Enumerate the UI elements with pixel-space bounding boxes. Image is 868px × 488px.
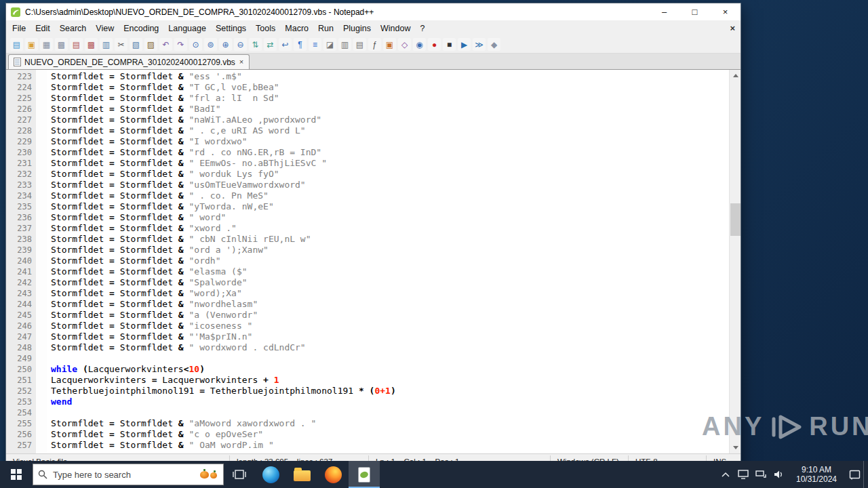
start-button[interactable] — [0, 461, 33, 488]
menu-tools[interactable]: Tools — [251, 22, 280, 35]
code-line[interactable]: while (Lacquerworkvinters<10) — [51, 364, 741, 375]
sync-horizontal-icon[interactable]: ⇄ — [264, 38, 277, 51]
zoom-out-icon[interactable]: ⊖ — [234, 38, 247, 51]
editor-lines[interactable]: Stormfldet = Stormfldet & "ess '.m$"Stor… — [47, 70, 741, 453]
word-wrap-icon[interactable]: ↩ — [279, 38, 292, 51]
code-line[interactable]: Stormfldet = Stormfldet & "icoseness " — [51, 321, 741, 331]
sync-vertical-icon[interactable]: ⇅ — [249, 38, 262, 51]
replace-icon[interactable]: ⊚ — [204, 38, 217, 51]
code-line[interactable]: Stormfldet = Stormfldet & "usOmTEueVamwo… — [51, 180, 741, 190]
run-macro-multiple-icon[interactable]: ≫ — [473, 38, 486, 51]
function-list-icon[interactable]: ƒ — [368, 38, 381, 51]
taskbar-search-input[interactable]: Type here to search — [33, 464, 224, 485]
open-folder-icon[interactable]: ▣ — [25, 38, 38, 51]
code-line[interactable]: Stormfldet = Stormfldet & " . co. Pn MeS… — [51, 190, 741, 201]
zoom-in-icon[interactable]: ⊕ — [219, 38, 232, 51]
menu-window[interactable]: Window — [376, 22, 415, 35]
code-line[interactable]: Stormfldet = Stormfldet & " word" — [51, 212, 741, 223]
code-line[interactable]: Stormfldet = Stormfldet & " OaM wordP.im… — [51, 440, 741, 451]
doc-map-icon[interactable]: ▥ — [338, 38, 351, 51]
code-line[interactable]: Stormfldet = Stormfldet & "frl a: lI n S… — [51, 93, 741, 104]
firefox-taskbar-icon[interactable] — [317, 461, 349, 488]
code-line[interactable]: Tetherbluejointphilmonol191 = Tetherblue… — [51, 386, 741, 396]
code-line[interactable]: Lacquerworkvinters = Lacquerworkvinters … — [51, 375, 741, 386]
code-line[interactable]: Stormfldet = Stormfldet & " worduk Lys f… — [51, 169, 741, 180]
code-line[interactable]: Stormfldet = Stormfldet & "ord a ');Xanw… — [51, 245, 741, 256]
editor-area[interactable]: 2232242252262272282292302312322332342352… — [6, 70, 741, 453]
code-line[interactable]: Stormfldet = Stormfldet & "T GC,l voE,bB… — [51, 82, 741, 93]
close-file-icon[interactable]: ▤ — [70, 38, 83, 51]
display-tray-icon[interactable] — [734, 461, 752, 488]
code-line[interactable]: Stormfldet = Stormfldet & " wordxword . … — [51, 342, 741, 353]
task-view-button[interactable] — [224, 461, 255, 488]
code-line[interactable]: Stormfldet = Stormfldet & "a (Venwordr" — [51, 310, 741, 321]
code-line[interactable]: Stormfldet = Stormfldet & "rd . co nNG.E… — [51, 147, 741, 158]
code-line[interactable]: Stormfldet = Stormfldet & "yTworda. nW,e… — [51, 201, 741, 212]
user-language-icon[interactable]: ◪ — [323, 38, 336, 51]
monitoring-icon[interactable]: ◉ — [413, 38, 426, 51]
menu-macro[interactable]: Macro — [280, 22, 313, 35]
code-line[interactable]: Stormfldet = Stormfldet & "ordh" — [51, 256, 741, 266]
stop-recording-icon[interactable]: ■ — [443, 38, 456, 51]
menu-run[interactable]: Run — [313, 22, 338, 35]
code-line[interactable]: wend — [51, 396, 741, 407]
nppexport-plugin-icon[interactable]: ▣ — [383, 38, 396, 51]
scroll-up-button[interactable] — [730, 70, 741, 81]
hidden-icons-chevron[interactable] — [717, 461, 734, 488]
close-all-icon[interactable]: ▩ — [85, 38, 98, 51]
menu-encoding[interactable]: Encoding — [119, 22, 163, 35]
code-line[interactable]: Stormfldet = Stormfldet & "c o epOveSer" — [51, 429, 741, 440]
menu-language[interactable]: Language — [163, 22, 211, 35]
search-highlight-icon[interactable] — [200, 471, 218, 479]
code-line[interactable]: Stormfldet = Stormfldet & "xword ." — [51, 223, 741, 234]
volume-tray-icon[interactable] — [770, 461, 787, 488]
document-list-icon[interactable]: ▤ — [353, 38, 366, 51]
network-tray-icon[interactable] — [752, 461, 770, 488]
menu-settings[interactable]: Settings — [211, 22, 251, 35]
notepadpp-taskbar-icon[interactable] — [349, 461, 380, 488]
code-line[interactable]: Stormfldet = Stormfldet & "naWiT.aALeo ,… — [51, 115, 741, 125]
menu-edit[interactable]: Edit — [31, 22, 55, 35]
show-desktop-button[interactable] — [863, 461, 868, 488]
new-file-icon[interactable]: ▤ — [10, 38, 23, 51]
minimize-button[interactable]: – — [649, 3, 679, 20]
code-line[interactable]: Stormfldet = Stormfldet & "ess '.m$" — [51, 71, 741, 82]
record-macro-icon[interactable]: ● — [428, 38, 441, 51]
cut-icon[interactable]: ✂ — [115, 38, 127, 51]
maximize-button[interactable]: □ — [679, 3, 710, 20]
action-center-button[interactable] — [846, 461, 863, 488]
code-line[interactable] — [51, 407, 741, 418]
menu-search[interactable]: Search — [55, 22, 92, 35]
code-line[interactable]: Stormfldet = Stormfldet & "word);Xa" — [51, 288, 741, 299]
scrollbar-thumb[interactable] — [730, 203, 741, 236]
menu-plugins[interactable]: Plugins — [338, 22, 376, 35]
menu-view[interactable]: View — [91, 22, 119, 35]
code-line[interactable]: Stormfldet = Stormfldet & "Spalworde" — [51, 277, 741, 288]
show-all-characters-icon[interactable]: ¶ — [294, 38, 307, 51]
plugin-doc-icon[interactable]: ◇ — [398, 38, 411, 51]
code-line[interactable]: Stormfldet = Stormfldet & "aMoword xawor… — [51, 418, 741, 429]
code-line[interactable]: Stormfldet = Stormfldet & "elasma ($" — [51, 266, 741, 277]
code-line[interactable]: Stormfldet = Stormfldet & "BadI" — [51, 104, 741, 115]
code-line[interactable]: Stormfldet = Stormfldet & "'Ma$prIN.n" — [51, 331, 741, 342]
indent-guide-icon[interactable]: ≡ — [309, 38, 321, 51]
close-button[interactable]: × — [710, 3, 741, 20]
print-icon[interactable]: ▥ — [100, 38, 113, 51]
vertical-scrollbar[interactable] — [729, 70, 741, 453]
save-macro-icon[interactable]: ◆ — [488, 38, 500, 51]
code-line[interactable]: Stormfldet = Stormfldet & " EEmwOs- no.a… — [51, 158, 741, 169]
save-icon[interactable]: ▦ — [40, 38, 53, 51]
menu-help[interactable]: ? — [415, 22, 429, 35]
redo-icon[interactable]: ↷ — [174, 38, 187, 51]
code-line[interactable] — [51, 353, 741, 364]
code-line[interactable]: Stormfldet = Stormfldet & "nwordhelasm" — [51, 299, 741, 310]
file-explorer-taskbar-icon[interactable] — [286, 461, 317, 488]
code-line[interactable]: Stormfldet = Stormfldet & " cbN cInlNii … — [51, 234, 741, 245]
menubar-close-icon[interactable]: × — [730, 23, 735, 33]
paste-icon[interactable]: ▨ — [144, 38, 157, 51]
copy-icon[interactable]: ▧ — [130, 38, 142, 51]
code-line[interactable]: Stormfldet = Stormfldet & "I wordxwo" — [51, 136, 741, 147]
tab-close-icon[interactable]: × — [239, 58, 244, 66]
menu-file[interactable]: File — [7, 22, 31, 35]
save-all-icon[interactable]: ▩ — [55, 38, 68, 51]
